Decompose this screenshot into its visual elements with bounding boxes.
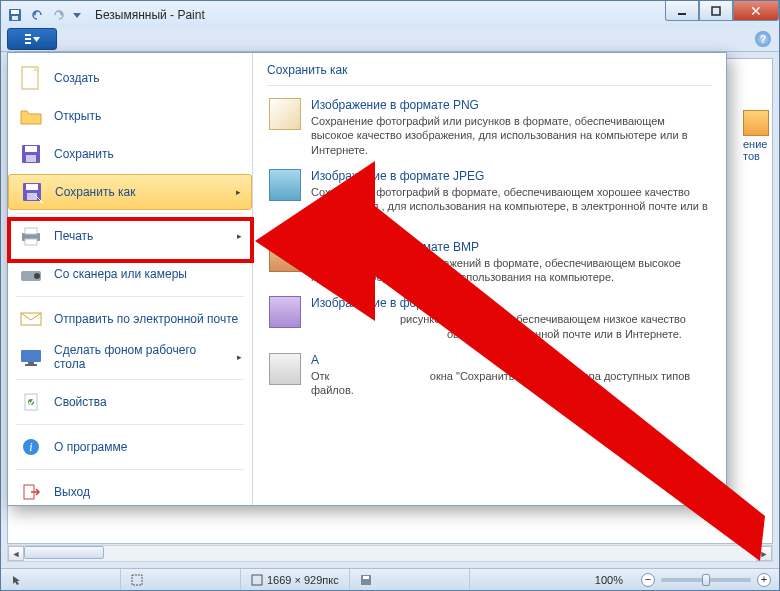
- scanner-icon: [18, 261, 44, 287]
- menu-item-email[interactable]: Отправить по электронной почте: [8, 300, 252, 338]
- other-format-icon: [269, 353, 301, 385]
- fragment-text-2: тов: [743, 150, 760, 162]
- status-selection-size: [121, 569, 241, 590]
- menu-item-about[interactable]: i О программе: [8, 428, 252, 466]
- horizontal-scrollbar[interactable]: ◄ ►: [7, 545, 773, 562]
- svg-rect-4: [712, 7, 720, 15]
- format-desc: Сохранение просрисунков в формате, обесп…: [311, 312, 686, 341]
- menu-label: Открыть: [54, 109, 242, 123]
- status-canvas-size: 1669 × 929пкс: [241, 569, 350, 590]
- format-item-bmp[interactable]: Изображение в формате BMP Сохранение люб…: [267, 234, 712, 291]
- titlebar: Безымянный - Paint ✕: [1, 1, 779, 28]
- menu-label: Создать: [54, 71, 242, 85]
- format-desc: Сохранение любых изображений в формате, …: [311, 256, 710, 285]
- menu-label: Со сканера или камеры: [54, 267, 242, 281]
- status-file-size: [350, 569, 470, 590]
- status-cursor-pos: [1, 569, 121, 590]
- minimize-button[interactable]: [665, 1, 699, 21]
- format-desc: Сохранение фотографий или рисунков в фор…: [311, 114, 710, 157]
- dimensions-icon: [251, 574, 263, 586]
- svg-rect-8: [26, 155, 36, 162]
- file-menu-panel: Создать Открыть Сохранить Сохранить как …: [7, 52, 727, 506]
- menu-label: Свойства: [54, 395, 242, 409]
- menu-item-properties[interactable]: Свойства: [8, 383, 252, 421]
- zoom-out-button[interactable]: −: [641, 573, 655, 587]
- svg-rect-28: [252, 575, 262, 585]
- png-icon: [269, 98, 301, 130]
- svg-point-16: [34, 273, 40, 279]
- zoom-track[interactable]: [661, 578, 751, 582]
- svg-rect-13: [25, 228, 37, 234]
- menu-item-saveas[interactable]: Сохранить как ▸: [8, 174, 252, 210]
- format-item-png[interactable]: Изображение в формате PNG Сохранение фот…: [267, 92, 712, 163]
- ribbon-tab-strip: ?: [1, 28, 779, 52]
- menu-label: Печать: [54, 229, 227, 243]
- svg-rect-20: [25, 364, 37, 366]
- desktop-icon: [18, 344, 44, 370]
- submenu-arrow-icon: ▸: [237, 352, 242, 362]
- format-item-jpeg[interactable]: Изображение в формате JPEG Сохранение фо…: [267, 163, 712, 234]
- maximize-button[interactable]: [699, 1, 733, 21]
- scroll-thumb[interactable]: [24, 546, 104, 559]
- submenu-arrow-icon: ▸: [236, 187, 241, 197]
- new-file-icon: [18, 65, 44, 91]
- svg-rect-1: [11, 10, 19, 14]
- qat-save-button[interactable]: [5, 5, 25, 25]
- format-desc: Сохранение фотографий в формате, обеспеч…: [311, 185, 710, 228]
- submenu-arrow-icon: ▸: [237, 231, 242, 241]
- saveas-submenu: Сохранить как Изображение в формате PNG …: [253, 53, 726, 505]
- qat-undo-button[interactable]: [27, 5, 47, 25]
- format-item-other[interactable]: А Открытие диалогового окна "Сохранить к…: [267, 347, 712, 404]
- bmp-icon: [269, 240, 301, 272]
- qat-customize-dropdown[interactable]: [71, 5, 83, 25]
- help-button[interactable]: ?: [755, 31, 771, 47]
- info-icon: i: [18, 434, 44, 460]
- svg-rect-27: [132, 575, 142, 585]
- format-title: Изображение в формате JPEG: [311, 169, 710, 183]
- scroll-left-button[interactable]: ◄: [8, 546, 24, 561]
- window-controls: ✕: [665, 1, 779, 21]
- menu-label: Сохранить: [54, 147, 242, 161]
- format-item-gif[interactable]: Изображение в формате GIF Сохранение про…: [267, 290, 712, 347]
- svg-rect-18: [21, 350, 41, 362]
- properties-icon: [18, 389, 44, 415]
- format-title: Изображение в формате PNG: [311, 98, 710, 112]
- zoom-thumb[interactable]: [702, 574, 710, 586]
- menu-label: Отправить по электронной почте: [54, 312, 242, 326]
- window-title: Безымянный - Paint: [95, 8, 205, 22]
- menu-separator: [16, 424, 244, 425]
- zoom-readout: 100%: [585, 569, 633, 590]
- selection-icon: [131, 574, 143, 586]
- menu-item-print[interactable]: Печать ▸: [8, 217, 252, 255]
- exit-icon: [18, 479, 44, 505]
- menu-item-scanner[interactable]: Со сканера или камеры: [8, 255, 252, 293]
- zoom-in-button[interactable]: +: [757, 573, 771, 587]
- format-title: Изображение в формате GIF: [311, 296, 686, 310]
- menu-separator: [16, 296, 244, 297]
- svg-rect-11: [27, 193, 37, 200]
- format-desc: Открытие диалогового окна "Сохранить как…: [311, 369, 710, 398]
- cursor-icon: [11, 574, 23, 586]
- menu-separator: [16, 469, 244, 470]
- saveas-icon: [19, 179, 45, 205]
- svg-rect-7: [25, 146, 37, 152]
- svg-rect-2: [12, 16, 18, 20]
- menu-item-exit[interactable]: Выход: [8, 473, 252, 511]
- menu-item-wallpaper[interactable]: Сделать фоном рабочего стола ▸: [8, 338, 252, 376]
- scroll-track[interactable]: [24, 546, 756, 561]
- svg-rect-10: [26, 184, 38, 190]
- menu-item-create[interactable]: Создать: [8, 59, 252, 97]
- file-menu-button[interactable]: [7, 28, 57, 50]
- scroll-right-button[interactable]: ►: [756, 546, 772, 561]
- statusbar: 1669 × 929пкс 100% − +: [1, 568, 779, 590]
- zoom-slider: − +: [633, 573, 779, 587]
- gif-icon: [269, 296, 301, 328]
- svg-text:i: i: [29, 440, 32, 454]
- fragment-text-1: ение: [743, 138, 767, 150]
- zoom-percent-text: 100%: [595, 574, 623, 586]
- qat-redo-button[interactable]: [49, 5, 69, 25]
- menu-item-open[interactable]: Открыть: [8, 97, 252, 135]
- menu-item-save[interactable]: Сохранить: [8, 135, 252, 173]
- canvas-dimensions-text: 1669 × 929пкс: [267, 574, 339, 586]
- close-button[interactable]: ✕: [733, 1, 779, 21]
